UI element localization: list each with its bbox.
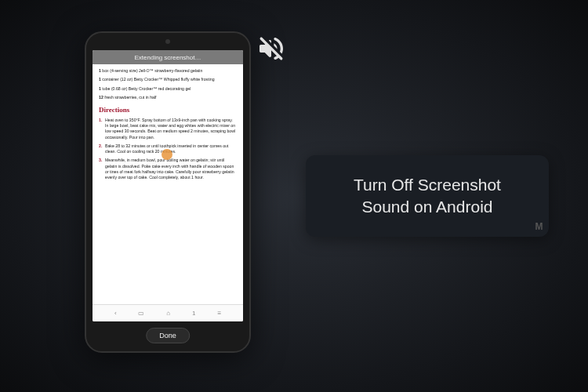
status-text: Extending screenshot… — [135, 54, 201, 61]
page-number[interactable]: 1 — [192, 310, 195, 317]
screenshot-status-bar: Extending screenshot… — [93, 50, 243, 64]
reader-nav-bar: ‹ ▭ ⌂ 1 ≡ — [93, 304, 243, 321]
toc-icon[interactable]: ▭ — [138, 310, 144, 317]
volume-mute-icon — [256, 33, 287, 64]
touch-indicator — [162, 149, 172, 160]
directions-heading: Directions — [99, 105, 237, 115]
caption-box: Turn Off ScreenshotSound on Android M — [306, 155, 549, 237]
done-button[interactable]: Done — [146, 328, 190, 343]
menu-icon[interactable]: ≡ — [217, 310, 221, 317]
direction-step: 3.Meanwhile, in medium bowl, pour boilin… — [99, 158, 237, 180]
ingredient-item: 1 box (4-serving size) Jell-O™ strawberr… — [99, 68, 237, 74]
recipe-content: 1 box (4-serving size) Jell-O™ strawberr… — [93, 64, 243, 304]
ingredient-item: 12 fresh strawberries, cut in half — [99, 95, 237, 100]
phone-speaker-dot — [165, 39, 170, 44]
home-icon[interactable]: ⌂ — [166, 310, 170, 317]
ingredient-item: 1 tube (0.68 oz) Betty Crocker™ red deco… — [99, 86, 237, 92]
direction-step: 1.Heat oven to 350°F. Spray bottom of 13… — [99, 118, 237, 140]
phone-mockup: Extending screenshot… 1 box (4-serving s… — [85, 31, 251, 353]
caption-text: Turn Off ScreenshotSound on Android — [338, 174, 517, 219]
chevron-left-icon[interactable]: ‹ — [114, 310, 117, 317]
watermark-logo: M — [535, 221, 543, 232]
phone-screen: Extending screenshot… 1 box (4-serving s… — [93, 50, 243, 321]
ingredient-item: 1 container (12 oz) Betty Crocker™ Whipp… — [99, 77, 237, 82]
